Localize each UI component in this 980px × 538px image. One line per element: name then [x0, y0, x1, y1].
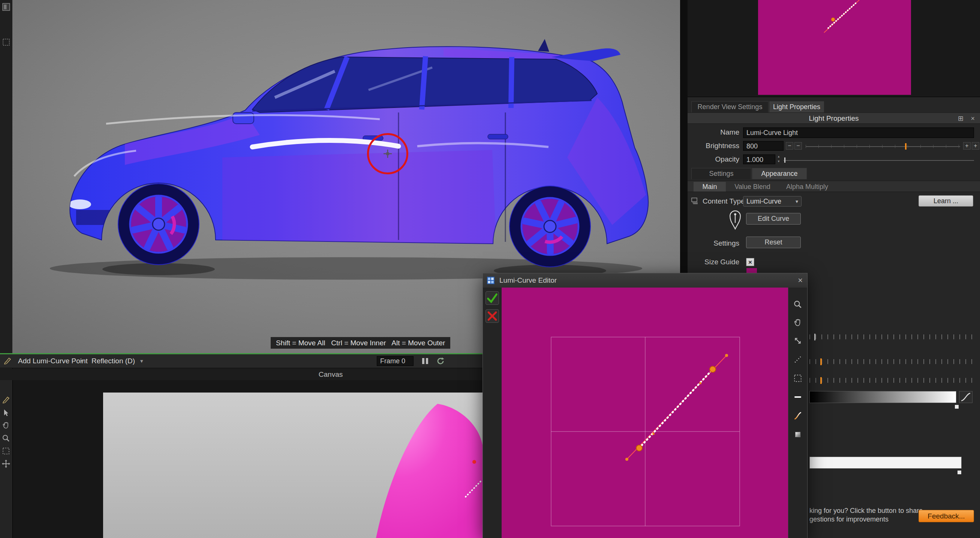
size-guide-checkbox[interactable]: ×: [746, 258, 754, 266]
move-cursor-icon: [383, 149, 393, 159]
opacity-slider-handle[interactable]: [784, 158, 786, 163]
alpha-right-handle[interactable]: [957, 470, 962, 474]
editor-frame-select-icon[interactable]: [793, 373, 803, 383]
brightness-slider-handle[interactable]: [905, 143, 907, 150]
pen-tool-icon[interactable]: [3, 357, 12, 366]
render-preview-strip: [687, 0, 980, 97]
tool-dropdown-arrow-icon[interactable]: ▾: [81, 354, 84, 368]
editor-tool-column: [788, 288, 807, 538]
close-panel-icon[interactable]: ×: [970, 113, 975, 124]
tab-render-view-settings[interactable]: Render View Settings: [691, 101, 768, 113]
frame-field[interactable]: Frame 0: [377, 356, 414, 366]
feedback-text-line1: king for you? Click the button to share: [810, 507, 923, 515]
mode-dropdown-arrow-icon[interactable]: ▾: [140, 354, 143, 368]
opacity-spin-down-icon[interactable]: ▾: [776, 159, 781, 164]
light-preview-thumbnail[interactable]: [758, 0, 911, 95]
ramp-handle[interactable]: [814, 334, 815, 341]
content-type-arrow-icon: ▾: [795, 196, 798, 206]
editor-gradient-curve-icon[interactable]: [793, 411, 803, 421]
editor-app-icon: [487, 276, 495, 285]
lumi-curve-editor-window[interactable]: Lumi-Curve Editor ×: [482, 273, 808, 538]
editor-line-mode-icon[interactable]: [793, 392, 803, 402]
tab-light-properties[interactable]: Light Properties: [769, 101, 824, 113]
transform-tool-icon[interactable]: [2, 459, 11, 468]
softness-ruler[interactable]: [810, 378, 974, 383]
panel-header: Light Properties ⊞ ×: [687, 113, 980, 124]
cancel-button[interactable]: [485, 309, 499, 323]
pen-nib-icon: [727, 207, 744, 230]
pause-bar-icon: [426, 358, 428, 364]
content-type-value: Lumi-Curve: [746, 196, 781, 206]
brightness-field[interactable]: 800: [743, 141, 784, 151]
tab-appearance[interactable]: Appearance: [752, 168, 807, 179]
marquee-tool-icon[interactable]: [2, 447, 11, 455]
opacity-spin-up-icon[interactable]: ▴: [776, 154, 781, 159]
learn-button[interactable]: Learn ...: [918, 195, 973, 207]
size-guide-label: Size Guide: [687, 256, 739, 268]
name-label: Name: [687, 127, 739, 138]
editor-fit-view-icon[interactable]: [793, 336, 803, 346]
zoom-tool-icon[interactable]: [2, 434, 11, 443]
application-window: Shift = Move All Ctrl = Move Inner Alt =…: [0, 0, 980, 538]
softness-handle[interactable]: [820, 377, 822, 384]
settings-label: Settings: [687, 238, 739, 249]
feedback-button[interactable]: Feedback...: [918, 510, 974, 522]
value-gradient-bar[interactable]: [810, 391, 956, 403]
tab-settings[interactable]: Settings: [691, 168, 751, 179]
brightness-increment-button[interactable]: +: [963, 142, 970, 150]
confirm-button[interactable]: [485, 291, 499, 305]
mode-dropdown[interactable]: Reflection (D): [91, 354, 135, 368]
gradient-curve-button[interactable]: [959, 391, 972, 403]
content-type-label: Content Type: [703, 195, 745, 208]
opacity-label: Opacity: [687, 154, 739, 165]
pause-bar-icon: [422, 358, 425, 364]
select-cursor-icon[interactable]: [2, 408, 11, 417]
curve-point-inner[interactable]: [636, 445, 642, 451]
opacity-slider[interactable]: [784, 160, 974, 161]
panel-icon[interactable]: [2, 2, 11, 12]
editor-pan-hand-icon[interactable]: [793, 318, 803, 328]
brightness-decrement-button[interactable]: −: [794, 142, 802, 150]
editor-swatch-icon[interactable]: [793, 430, 803, 439]
subtab-value-blend[interactable]: Value Blend: [728, 182, 777, 192]
brightness-increment-large-button[interactable]: +: [972, 142, 979, 150]
feedback-text-line2: gestions for improvements: [810, 516, 889, 524]
subtab-alpha-multiply[interactable]: Alpha Multiply: [779, 182, 835, 192]
editor-confirm-column: [483, 288, 502, 538]
content-layers-icon: [690, 196, 699, 205]
brightness-decrement-large-button[interactable]: −: [786, 142, 793, 150]
edit-curve-button[interactable]: Edit Curve: [746, 213, 801, 224]
alpha-white-bar[interactable]: [810, 457, 962, 469]
brightness-slider[interactable]: [806, 146, 960, 147]
curve-edit-canvas[interactable]: [502, 288, 789, 538]
refresh-button[interactable]: [436, 356, 445, 366]
brush-tool-icon[interactable]: [2, 396, 11, 404]
panel-title: Light Properties: [687, 113, 980, 124]
pan-hand-icon[interactable]: [2, 421, 11, 430]
dock-panel-icon[interactable]: ⊞: [958, 113, 964, 124]
subtab-main[interactable]: Main: [694, 182, 726, 192]
content-type-dropdown[interactable]: Lumi-Curve ▾: [743, 196, 802, 207]
gradient-right-handle[interactable]: [955, 404, 959, 409]
editor-zoom-icon[interactable]: [793, 299, 803, 309]
editor-title: Lumi-Curve Editor: [500, 273, 557, 288]
opacity-field[interactable]: 1.000: [743, 154, 775, 164]
editor-titlebar[interactable]: Lumi-Curve Editor ×: [483, 273, 807, 288]
selection-circle-annotation: [367, 133, 408, 174]
editor-close-icon[interactable]: ×: [798, 273, 803, 288]
tool-icon[interactable]: [2, 38, 11, 47]
tab-canvas[interactable]: Canvas: [308, 369, 353, 380]
appearance-subtabs: Main Value Blend Alpha Multiply: [687, 181, 980, 192]
brightness-label: Brightness: [687, 140, 739, 151]
falloff-handle[interactable]: [820, 358, 822, 365]
pause-button[interactable]: [421, 357, 430, 366]
alpha-ramp-ruler[interactable]: [810, 334, 974, 339]
tool-dropdown[interactable]: Add Lumi-Curve Point: [18, 354, 88, 368]
editor-dotted-line-icon[interactable]: [793, 355, 803, 365]
reset-button[interactable]: Reset: [746, 237, 801, 248]
falloff-ruler[interactable]: [810, 359, 974, 364]
name-field[interactable]: Lumi-Curve Light: [743, 127, 974, 138]
curve-point-outer[interactable]: [710, 366, 716, 372]
modifier-hint-overlay: Shift = Move All Ctrl = Move Inner Alt =…: [271, 337, 450, 349]
canvas-tool-strip: [0, 380, 13, 538]
